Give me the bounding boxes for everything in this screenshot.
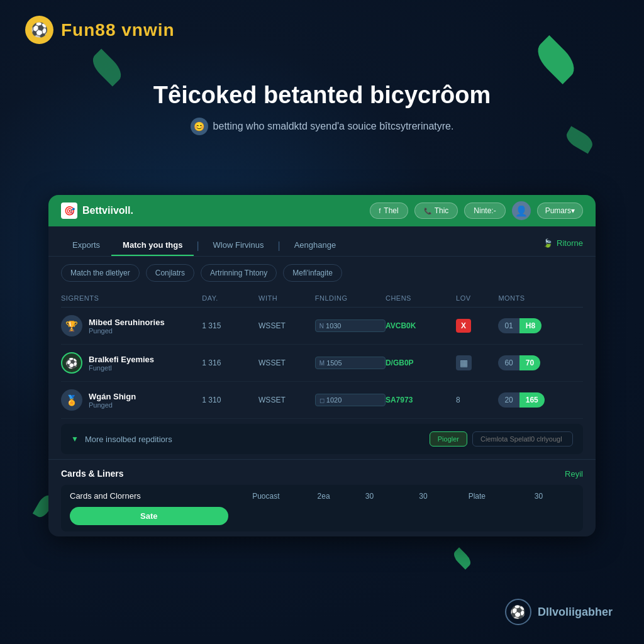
nav-thel-label: Thel: [384, 206, 398, 215]
card-logo-icon: 🎯: [61, 203, 77, 219]
odd-right-3[interactable]: 165: [519, 392, 545, 408]
team-name-3: Wgán Shign: [89, 392, 136, 401]
finding-prefix-1: N: [319, 323, 324, 330]
tabs-row: Exports Match you thgs | Wlow Firvinus |…: [48, 226, 596, 257]
page-header: ⚽ Fun88 vnwin: [25, 16, 175, 44]
team-icon-2: ⚽: [61, 352, 82, 374]
chens-3: SA7973: [386, 396, 456, 404]
tab-exports[interactable]: Exports: [61, 235, 111, 256]
nav-thic-label: Thic: [435, 206, 449, 215]
main-card: 🎯 Bettviivoll. f Thel 📞 Thic Ninte:- 👤 P…: [48, 195, 596, 536]
day-2: 1 316: [202, 358, 258, 367]
lov-2: ▦: [456, 355, 498, 370]
reset-button[interactable]: Reyil: [565, 469, 583, 479]
team-cell-3: 🏅 Wgán Shign Punged: [61, 389, 202, 411]
team-cell-2: ⚽ Bralkefi Eyemies Fungetl: [61, 352, 202, 374]
return-label: Ritorne: [557, 238, 583, 248]
more-piogler-button[interactable]: Piogler: [430, 431, 467, 447]
tabs-container: Exports Match you thgs | Wlow Firvinus |…: [61, 235, 347, 256]
finding-1: N 1030: [315, 319, 386, 332]
finding-prefix-3: ◻: [319, 397, 325, 404]
footer-text: Dllvoliigabher: [538, 606, 613, 619]
tab-divider-1: |: [194, 240, 201, 252]
card-nav: f Thel 📞 Thic Ninte:- 👤 Pumars▾: [370, 201, 583, 220]
filter-mefi[interactable]: Mefi'infagite: [283, 264, 342, 282]
cards-col4: 30: [396, 492, 451, 501]
odd-left-1[interactable]: 01: [498, 318, 519, 333]
brand-name: Fun88 vnwin: [61, 20, 175, 40]
hero-sub-icon: 😊: [191, 118, 208, 135]
team-icon-1: 🏆: [61, 315, 82, 336]
odds-pair-3: 20 165: [498, 392, 544, 408]
finding-3: ◻ 1020: [315, 394, 386, 406]
filter-match[interactable]: Match the dletlyer: [61, 264, 140, 282]
more-right: Piogler: [430, 431, 573, 447]
lov-3: 8: [456, 396, 498, 404]
odds-pair-2: 60 70: [498, 355, 540, 370]
th-sigrents: Sigrents: [61, 294, 202, 302]
phone-icon: 📞: [424, 208, 431, 214]
with-3: WSSET: [258, 396, 315, 404]
table-row: 🏅 Wgán Shign Punged 1 310 WSSET ◻ 1020 S…: [61, 382, 583, 419]
monts-3: 20 165: [498, 392, 583, 408]
monts-1: 01 H8: [498, 318, 583, 333]
hero-subtitle-text: betting who smaldktd syend'a souice bîtc…: [213, 121, 454, 132]
lov-val-3: 8: [456, 396, 460, 404]
th-lov: LOV: [456, 294, 498, 302]
chens-2: D/GB0P: [386, 358, 456, 367]
nav-extra: Ninte:-: [464, 203, 505, 219]
filter-conjlatrs[interactable]: Conjlatrs: [146, 264, 194, 282]
with-2: WSSET: [258, 358, 315, 367]
hero-title: Têicoked betanted bicycrôom: [102, 82, 542, 109]
team-sub-2: Fungetl: [89, 364, 154, 372]
facebook-icon: f: [379, 208, 381, 214]
odd-left-3[interactable]: 20: [498, 392, 519, 408]
decorative-leaf-1: [88, 48, 126, 86]
lov-1: X: [456, 319, 498, 333]
tab-match[interactable]: Match you thgs: [111, 235, 194, 256]
tab-divider-2: |: [275, 240, 282, 252]
footer-icon: ⚽: [505, 599, 531, 625]
decorative-leaf-2: [531, 35, 580, 84]
odd-right-1[interactable]: H8: [519, 318, 541, 333]
team-cell-1: 🏆 Mibed Seruhinories Punged: [61, 315, 202, 336]
chevron-down-icon: ▼: [71, 435, 79, 443]
team-name-2: Bralkefi Eyemies: [89, 355, 154, 364]
nav-facebook-btn[interactable]: f Thel: [370, 203, 408, 219]
th-monts: Monts: [498, 294, 583, 302]
filter-artrinning[interactable]: Artrinning Thtony: [201, 264, 277, 282]
filter-row: Match the dletlyer Conjlatrs Artrinning …: [48, 257, 596, 289]
team-sub-3: Punged: [89, 401, 136, 409]
sate-button[interactable]: Sate: [70, 507, 228, 525]
hero-subtitle: 😊 betting who smaldktd syend'a souice bî…: [102, 118, 542, 135]
cards-col2: 2ea: [304, 492, 343, 501]
profile-button[interactable]: Pumars▾: [537, 203, 583, 219]
th-fnlding: Fnlding: [315, 294, 386, 302]
finding-val-1: 1030: [326, 322, 341, 330]
day-3: 1 310: [202, 396, 258, 404]
cards-header: Cards & Liners Reyil: [61, 469, 583, 479]
tab-aenghange[interactable]: Aenghange: [283, 235, 348, 256]
odd-left-2[interactable]: 60: [498, 355, 519, 370]
finding-val-2: 1505: [326, 359, 341, 367]
team-sub-1: Punged: [89, 327, 165, 335]
lov-red-1: X: [456, 319, 471, 333]
finding-2: M 1505: [315, 357, 386, 369]
cards-col6: 30: [503, 492, 574, 501]
odd-right-2[interactable]: 70: [519, 355, 540, 370]
matches-table: Sigrents Day. With Fnlding Chens LOV Mon…: [48, 289, 596, 419]
day-1: 1 315: [202, 321, 258, 330]
th-day: Day.: [202, 294, 258, 302]
more-input[interactable]: [472, 431, 573, 447]
th-with: With: [258, 294, 315, 302]
cards-col3: 30: [350, 492, 389, 501]
return-button[interactable]: 🍃 Ritorne: [543, 238, 583, 253]
finding-val-3: 1020: [326, 396, 341, 404]
ball-icon: ⚽: [31, 22, 48, 38]
tab-wlow[interactable]: Wlow Firvinus: [202, 235, 275, 256]
cards-title: Cards & Liners: [61, 469, 124, 479]
nav-phone-btn[interactable]: 📞 Thic: [414, 203, 458, 219]
table-header: Sigrents Day. With Fnlding Chens LOV Mon…: [61, 289, 583, 308]
footer-brand: ⚽ Dllvoliigabher: [505, 599, 613, 625]
hero-section: Têicoked betanted bicycrôom 😊 betting wh…: [102, 82, 542, 135]
